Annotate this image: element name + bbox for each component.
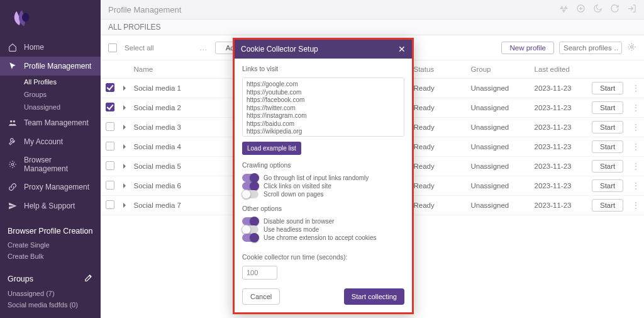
expand-icon[interactable] [123,183,126,188]
modal-header: Cookie Collector Setup ✕ [235,40,412,59]
toggle[interactable] [242,225,258,234]
col-status[interactable]: Status [409,60,467,79]
row-edited: 2023-11-23 [531,98,588,118]
new-profile-button[interactable]: New profile [501,42,554,54]
col-group[interactable]: Group [467,60,530,79]
row-checkbox[interactable] [106,200,114,209]
expand-icon[interactable] [123,164,126,169]
svg-point-5 [631,45,633,48]
recycle-icon[interactable] [559,4,569,15]
row-edited: 2023-11-23 [531,157,588,176]
moon-icon[interactable] [593,4,602,15]
option-row: Disable sound in browser [242,217,404,225]
nav-sub-groups[interactable]: Groups [0,88,101,101]
toggle[interactable] [242,190,258,198]
row-edited: 2023-11-23 [531,176,588,196]
row-start-button[interactable]: Start [592,101,623,114]
refresh-icon[interactable] [610,4,619,15]
option-label: Scroll down on pages [264,191,324,198]
plus-circle-icon[interactable] [576,4,586,15]
cursor-icon [8,61,18,71]
row-checkbox[interactable] [106,122,114,131]
row-status: Ready [409,157,467,176]
runtime-label: Cookie collector run time (seconds): [242,253,404,261]
group-social-media[interactable]: Social media fsdfds (0) [0,299,101,310]
group-unassigned[interactable]: Unassigned (7) [0,288,101,299]
toggle[interactable] [242,182,258,190]
send-icon [8,201,18,211]
search-input[interactable] [559,42,622,54]
groups-header: Groups [0,262,101,288]
table-settings-icon[interactable] [627,42,636,54]
expand-icon[interactable] [123,144,126,149]
row-start-button[interactable]: Start [592,199,623,212]
row-more-icon[interactable]: ⋮ [628,157,644,176]
links-textarea[interactable] [242,77,404,137]
bpc-create-bulk[interactable]: Create Bulk [0,251,101,262]
row-group: Unassigned [467,157,530,176]
row-checkbox[interactable] [106,83,114,92]
row-start-button[interactable]: Start [592,140,623,153]
logout-icon[interactable] [627,4,636,15]
row-group: Unassigned [467,79,530,98]
home-icon [8,42,18,52]
nav-proxy-management[interactable]: Proxy Management [0,178,101,196]
page-title: Profile Management [108,5,181,14]
select-all-checkbox[interactable] [108,43,117,52]
nav-team-management[interactable]: Team Management [0,113,101,132]
row-more-icon[interactable]: ⋮ [628,196,644,215]
row-more-icon[interactable]: ⋮ [628,79,644,98]
load-example-button[interactable]: Load example list [242,142,301,155]
row-start-button[interactable]: Start [592,82,623,94]
subheader: ALL PROFILES [101,19,644,35]
option-row: Click links on visited site [242,182,404,190]
toggle[interactable] [242,217,258,225]
nav-profile-management[interactable]: Profile Management [0,57,101,76]
bpc-create-single[interactable]: Create Single [0,239,101,251]
cancel-button[interactable]: Cancel [242,288,280,305]
row-more-icon[interactable]: ⋮ [628,137,644,157]
nav-my-account[interactable]: My Account [0,132,101,151]
nav-home[interactable]: Home [0,38,101,57]
row-group: Unassigned [467,118,530,137]
option-row: Go through list of input links randomly [242,174,404,182]
row-checkbox[interactable] [106,142,114,150]
option-label: Use headless mode [264,226,319,233]
other-title: Other options [242,205,404,212]
row-checkbox[interactable] [106,161,114,170]
nav-help-support[interactable]: Help & Support [0,196,101,215]
runtime-input[interactable] [242,266,277,280]
row-edited: 2023-11-23 [531,196,588,215]
option-label: Use chrome extension to accept cookies [264,234,377,241]
row-start-button[interactable]: Start [592,179,623,192]
row-checkbox[interactable] [106,181,114,190]
col-last-edited[interactable]: Last edited [531,60,588,79]
expand-icon[interactable] [123,105,126,110]
svg-point-3 [11,163,14,166]
close-icon[interactable]: ✕ [398,45,406,54]
expand-icon[interactable] [123,86,126,91]
row-edited: 2023-11-23 [531,118,588,137]
nav-sub-all-profiles[interactable]: All Profiles [0,76,101,88]
expand-icon[interactable] [123,125,126,130]
nav-browser-management[interactable]: Browser Management [0,151,101,178]
toggle[interactable] [242,174,258,182]
expand-icon[interactable] [123,203,126,208]
row-start-button[interactable]: Start [592,160,623,173]
row-checkbox[interactable] [106,103,114,111]
row-start-button[interactable]: Start [592,121,623,133]
nav-label: Proxy Management [24,183,89,191]
start-collecting-button[interactable]: Start collecting [344,288,404,305]
row-status: Ready [409,176,467,196]
nav-sub-unassigned[interactable]: Unassigned [0,101,101,113]
row-group: Unassigned [467,176,530,196]
row-more-icon[interactable]: ⋮ [628,98,644,118]
row-status: Ready [409,137,467,157]
row-more-icon[interactable]: ⋮ [628,118,644,137]
edit-icon[interactable] [84,273,93,284]
toggle[interactable] [242,234,258,242]
row-status: Ready [409,196,467,215]
topbar: Profile Management [101,0,644,19]
row-more-icon[interactable]: ⋮ [628,176,644,196]
modal-title: Cookie Collector Setup [241,45,318,54]
